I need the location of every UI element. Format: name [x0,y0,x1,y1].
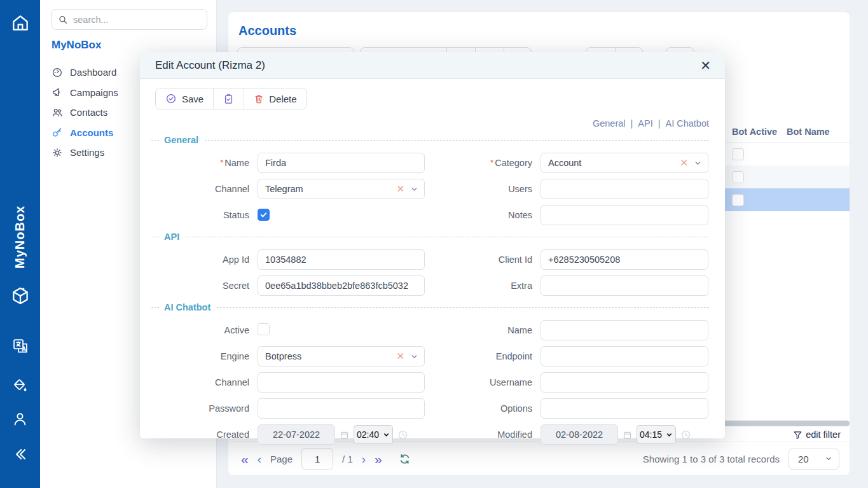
chevron-down-icon [666,431,673,438]
label-extra: Extra [425,281,541,291]
channel-select[interactable]: Telegram ✕ [258,179,425,199]
password-input[interactable] [258,398,425,419]
bot-active-checkbox[interactable] [732,194,744,206]
column-header-bot-active[interactable]: Bot Active [732,127,777,137]
label-password: Password [140,403,258,414]
last-page-button[interactable]: » [375,452,382,466]
cube-logo-icon[interactable] [0,285,40,307]
label-username: Username [425,377,541,387]
key-icon [52,127,63,138]
calendar-icon[interactable] [623,430,632,440]
chevron-down-icon [383,431,390,438]
label-endpoint: Endpoint [425,351,541,361]
created-date-input: 22-07-2022 [258,424,335,445]
options-input[interactable] [541,398,708,419]
required-asterisk: * [220,158,223,167]
label-status: Status [140,210,258,220]
delete-button[interactable]: Delete [244,88,306,109]
label-created: Created [140,429,258,440]
search-icon [58,15,68,25]
notes-input[interactable] [541,205,708,225]
close-icon[interactable]: ✕ [700,59,711,72]
user-icon[interactable] [0,410,40,428]
bot-active-checkbox[interactable] [732,148,744,160]
link-ai-chatbot[interactable]: AI Chatbot [665,118,709,129]
paint-drop-icon[interactable] [0,377,40,394]
client-id-input[interactable] [541,249,708,270]
required-asterisk: * [490,158,493,167]
label-users: Users [425,184,541,194]
people-icon [52,107,63,118]
label-options: Options [425,403,541,414]
save-button[interactable]: Save [156,88,213,109]
clear-icon[interactable]: ✕ [680,157,688,169]
link-api[interactable]: API [638,118,652,129]
modified-date-input: 02-08-2022 [541,424,618,445]
rail-brand-vertical: MyNoBox [0,189,40,284]
section-general: General [151,135,709,145]
label-modified: Modified [425,429,541,440]
edit-account-modal: Edit Account (Rizma 2) ✕ Save Delete Gen… [140,52,725,438]
modal-toolbar: Save Delete [155,88,307,109]
engine-select[interactable]: Botpress ✕ [258,346,425,366]
link-general[interactable]: General [593,118,626,129]
bot-active-checkbox[interactable] [732,171,744,183]
home-icon[interactable] [0,13,40,33]
clipboard-check-icon [223,94,234,104]
dashboard-icon [52,67,63,78]
page-number-input[interactable] [301,448,333,470]
search-box[interactable] [51,9,207,30]
refresh-icon[interactable] [399,453,411,465]
users-input[interactable] [541,179,708,199]
nav-brand: MyNoBox [52,39,101,52]
active-checkbox[interactable] [258,323,270,335]
username-input[interactable] [541,372,708,393]
next-page-button[interactable]: › [362,453,366,465]
status-checkbox[interactable] [258,209,270,221]
page-title: Accounts [238,24,296,38]
app-id-input[interactable] [258,249,425,270]
modified-time-select[interactable]: 04:15 [637,425,676,444]
modal-title: Edit Account (Rizma 2) [155,59,265,72]
chevron-down-icon [694,159,702,167]
edit-filter-button[interactable]: edit filter [793,429,841,440]
page-label: Page [270,454,293,464]
label-active: Active [140,325,258,335]
label-bot-name: Name [425,325,541,335]
clock-icon [397,429,408,440]
prev-page-button[interactable]: ‹ [258,453,261,465]
secret-input[interactable] [258,275,425,296]
clear-icon[interactable]: ✕ [396,351,404,362]
search-input[interactable] [73,15,200,25]
created-time-select[interactable]: 02:40 [354,425,393,444]
endpoint-input[interactable] [541,346,708,366]
label-channel: Channel [140,184,258,194]
column-header-bot-name[interactable]: Bot Name [787,127,830,137]
chevron-down-icon [410,352,418,361]
bot-channel-input[interactable] [258,372,425,393]
name-input[interactable] [258,153,425,173]
bot-name-input[interactable] [541,320,708,340]
section-links: General | API | AI Chatbot [140,118,709,129]
modal-header: Edit Account (Rizma 2) ✕ [140,52,725,79]
pagination-bar: « ‹ Page / 1 › » Showing 1 to 3 of 3 tot… [228,442,850,475]
check-circle-icon [165,93,177,104]
gear-icon [52,147,63,158]
category-select[interactable]: Account ✕ [541,153,708,173]
translate-icon[interactable] [0,337,40,355]
clear-icon[interactable]: ✕ [396,183,404,195]
extra-input[interactable] [541,275,708,296]
label-category: Category [495,158,532,168]
collapse-sidebar-icon[interactable] [0,445,40,463]
page-size-select[interactable]: 20 [789,449,839,470]
first-page-button[interactable]: « [241,452,249,466]
funnel-icon [793,430,803,440]
calendar-icon[interactable] [340,430,349,440]
clipboard-button[interactable] [213,88,244,109]
records-summary: Showing 1 to 3 of 3 total records [643,454,780,464]
label-engine: Engine [140,351,258,361]
trash-icon [254,94,264,104]
clock-icon [680,429,691,440]
total-pages: / 1 [342,454,353,464]
chevron-down-icon [410,185,418,193]
